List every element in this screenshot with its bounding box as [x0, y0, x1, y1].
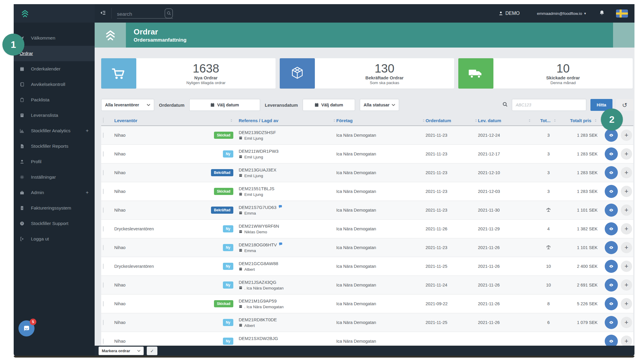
row-checkbox[interactable]: [103, 339, 104, 344]
sidebar-item-stockfiller-support[interactable]: ? Stockfiller Support: [14, 216, 95, 231]
status-select[interactable]: Alla statusar: [360, 99, 399, 111]
row-checkbox[interactable]: [103, 207, 104, 213]
table-row[interactable]: Nihao Bekräftad DEM213GUAJ3EX Emil Ljung…: [101, 163, 633, 182]
view-order-button[interactable]: [605, 241, 618, 254]
sidebar-item-v-lkommen[interactable]: Välkommen: [14, 30, 95, 46]
table-row[interactable]: Dryckesleverantören Ny DEM21WWY6RF6N Nik…: [101, 220, 633, 238]
deliverydate-picker-button[interactable]: Välj datum: [303, 99, 355, 111]
table-row[interactable]: Nihao Ny DEM211WDR1PW3 Emil Ljung Ica Nä…: [101, 145, 633, 163]
row-checkbox[interactable]: [103, 245, 104, 250]
column-header-price[interactable]: Totalt pris: [565, 118, 598, 123]
language-flag-sweden[interactable]: [616, 10, 628, 18]
sidebar-item-logga-ut[interactable]: Logga ut: [14, 231, 95, 247]
add-order-button[interactable]: +: [621, 336, 632, 346]
view-order-button[interactable]: [605, 260, 618, 273]
table-row[interactable]: Dryckesleverantören Ny DEM21GCG8AW88 Alb…: [101, 257, 633, 276]
column-header-reference[interactable]: Referens / Lagd av: [233, 118, 336, 123]
add-order-button[interactable]: +: [621, 242, 632, 253]
table-row[interactable]: Nihao Ny DEM21SXDW2BJG Ica Nära Demogata…: [101, 332, 633, 346]
expand-plus-icon[interactable]: +: [86, 128, 89, 134]
account-menu[interactable]: DEMO: [498, 11, 520, 16]
add-order-button[interactable]: +: [621, 261, 632, 272]
add-order-button[interactable]: +: [621, 130, 632, 141]
chat-launcher-button[interactable]: 5: [18, 320, 35, 336]
add-order-button[interactable]: +: [621, 167, 632, 178]
add-order-button[interactable]: +: [621, 186, 632, 197]
add-order-button[interactable]: +: [621, 317, 632, 328]
status-badge: Ny: [223, 281, 233, 289]
row-checkbox[interactable]: [103, 301, 104, 306]
row-checkbox[interactable]: [103, 320, 104, 325]
table-row[interactable]: Nihao Skickad DEM21551TBLJS Emil Ljung I…: [101, 182, 633, 201]
orderdate-picker-button[interactable]: Välj datum: [189, 99, 260, 111]
view-order-button[interactable]: [605, 147, 618, 160]
add-order-button[interactable]: +: [621, 298, 632, 309]
add-order-button[interactable]: +: [621, 279, 632, 291]
table-row[interactable]: Nihao Ny DEM218OG06HTV Emma Ica Nära Dem…: [101, 238, 633, 257]
table-row[interactable]: Nihao Skickad DEM2139DZ5HSF Emil Ljung I…: [101, 126, 633, 145]
order-date: 2021-11-23: [426, 152, 447, 156]
sidebar-item-packlista[interactable]: Packlista: [14, 92, 95, 108]
sidebar-item-orderkalender[interactable]: Orderkalender: [14, 61, 95, 77]
reference-search-input[interactable]: [516, 103, 582, 107]
sidebar-item-stockfiller-reports[interactable]: Stockfiller Reports: [14, 138, 95, 154]
sidebar-item-profil[interactable]: Profil: [14, 154, 95, 169]
row-checkbox[interactable]: [103, 282, 104, 288]
sidebar-item-inst-llningar[interactable]: Inställningar: [14, 169, 95, 185]
notifications-bell-icon[interactable]: [599, 10, 605, 17]
view-order-button[interactable]: [605, 278, 618, 292]
sidebar-item-avvikelsekontroll[interactable]: Avvikelsekontroll: [14, 77, 95, 92]
sidebar-item-leveranslista[interactable]: Leveranslista: [14, 108, 95, 123]
view-order-button[interactable]: [605, 166, 618, 179]
row-checkbox[interactable]: [103, 189, 104, 194]
sort-icon[interactable]: [422, 118, 426, 123]
sidebar-item-admin[interactable]: Admin +: [14, 185, 95, 200]
row-checkbox[interactable]: [103, 170, 104, 175]
column-header-orderdate[interactable]: Orderdatum: [426, 118, 478, 123]
column-header-deliverydate[interactable]: Lev. datum: [478, 118, 532, 123]
view-order-button[interactable]: [605, 222, 618, 235]
view-order-button[interactable]: [605, 204, 618, 217]
sidebar-item-faktureringssystem[interactable]: $ Faktureringssystem: [14, 200, 95, 216]
column-header-total[interactable]: Tot...: [532, 118, 565, 123]
view-order-button[interactable]: [605, 335, 618, 346]
global-search-input[interactable]: [117, 11, 165, 17]
sort-icon[interactable]: [594, 118, 598, 123]
add-order-button[interactable]: +: [621, 204, 632, 216]
apply-mark-button[interactable]: ✓: [147, 347, 157, 355]
supplier-select[interactable]: Alla leverantörer: [101, 99, 154, 111]
sort-icon[interactable]: [528, 118, 532, 123]
column-header-company[interactable]: Företag: [336, 118, 426, 123]
add-order-button[interactable]: +: [621, 223, 632, 234]
row-checkbox[interactable]: [103, 264, 104, 269]
reset-filters-button[interactable]: ↺: [616, 99, 633, 111]
search-icon[interactable]: [165, 8, 173, 18]
table-row[interactable]: Nihao Skickad DEM21M1G9AP59 . Ica Nära D…: [101, 295, 633, 313]
select-all-checkbox[interactable]: [103, 117, 104, 123]
calendar-icon: [210, 103, 215, 107]
table-row[interactable]: Nihao Ny DEM21JSAZ43QG . Ica Nära Demoga…: [101, 276, 633, 295]
view-order-button[interactable]: [605, 297, 618, 310]
sort-icon[interactable]: [332, 118, 336, 123]
account-email-menu[interactable]: emmaadmin@foodflow.io ▼: [537, 11, 587, 16]
row-checkbox[interactable]: [103, 226, 104, 232]
row-checkbox[interactable]: [103, 151, 104, 157]
view-order-button[interactable]: [605, 185, 618, 198]
expand-plus-icon[interactable]: +: [86, 190, 89, 196]
add-order-button[interactable]: +: [621, 148, 632, 160]
row-checkbox[interactable]: [103, 133, 104, 138]
sort-icon[interactable]: [229, 118, 233, 123]
sidebar-item-stockfiller-analytics[interactable]: Stockfiller Analytics +: [14, 123, 95, 138]
collapse-sidebar-icon[interactable]: [100, 10, 106, 17]
column-header-supplier[interactable]: Leverantör: [114, 118, 204, 123]
view-order-button[interactable]: [605, 129, 618, 142]
global-search[interactable]: [117, 8, 173, 19]
briefcase-icon: [20, 190, 26, 195]
sidebar-item-ordrar[interactable]: Ordrar: [14, 46, 95, 61]
table-row[interactable]: Nihao Ny DEM21RD8KT0DE Albert Ica Nära D…: [101, 313, 633, 332]
table-row[interactable]: Nihao Bekräftad DEM21S7G7UD63 Emma Ica N…: [101, 201, 633, 220]
sort-icon[interactable]: [553, 118, 557, 123]
view-order-button[interactable]: [605, 316, 618, 329]
mark-orders-select[interactable]: Markera ordrar: [99, 347, 144, 355]
sort-icon[interactable]: [474, 118, 478, 123]
